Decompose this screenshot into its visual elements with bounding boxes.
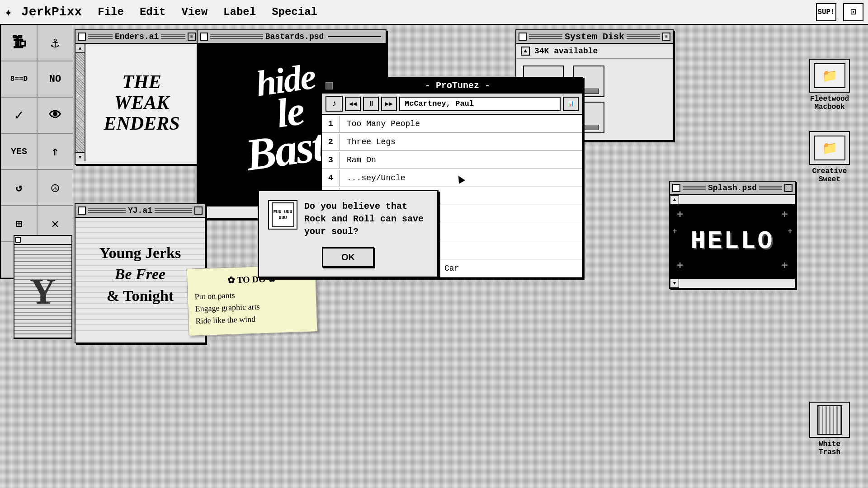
track-2[interactable]: 2 Three Legs	[322, 133, 582, 151]
yj-zoom[interactable]	[194, 206, 203, 215]
track-4[interactable]: 4 ...sey/Uncle	[322, 169, 582, 187]
splash-up[interactable]: ▲	[670, 195, 679, 204]
tool-yes[interactable]: YES	[1, 133, 37, 169]
menu-bar-right: SUP! ⊡	[816, 3, 863, 21]
monitor-icon[interactable]: ⊡	[843, 3, 863, 21]
system-disk-titlebar: System Disk ≡	[516, 30, 673, 44]
todo-item-2: Engage graphic arts	[195, 300, 310, 314]
yj-close[interactable]	[78, 206, 86, 215]
menu-bar: ✦ JerkPixx File Edit View Label Special …	[0, 0, 868, 25]
volume-btn[interactable]: 📊	[563, 97, 579, 111]
special-menu[interactable]: Special	[272, 6, 317, 18]
close-box[interactable]	[519, 33, 527, 41]
file-menu[interactable]: File	[98, 6, 124, 18]
creative-label: CreativeSweet	[812, 167, 847, 183]
tool-anchor[interactable]: ⚓	[37, 25, 73, 61]
track-2-title: Three Legs	[340, 134, 582, 150]
protunez-title: - ProTunez -	[336, 80, 579, 91]
label-menu[interactable]: Label	[223, 6, 256, 18]
bastards-title: Bastards.psd	[265, 32, 324, 41]
small-left-window: Y	[14, 235, 72, 339]
dialog-ok-button[interactable]: OK	[322, 247, 374, 267]
artist-name: McCartney, Paul	[399, 97, 561, 111]
enders-window: Enders.ai ≡ ▲ ▼ THEWEAKENDERS	[75, 29, 199, 165]
enders-zoom[interactable]: ≡	[188, 33, 196, 41]
splash-close[interactable]	[672, 184, 680, 192]
small-close-box[interactable]	[15, 237, 21, 243]
desktop-icon-creative[interactable]: 📁 CreativeSweet	[800, 131, 859, 183]
dialog-box: FUU UUU UUU Do you believe that Rock and…	[258, 190, 439, 278]
dialog-message: Do you believe that Rock and Roll can sa…	[304, 200, 428, 238]
yj-content: Young JerksBe Free& Tonight	[75, 218, 205, 331]
plus-2: +	[782, 209, 788, 221]
tool-floppy[interactable]: 🗜	[1, 25, 37, 61]
protunez-titlebar: - ProTunez -	[322, 78, 582, 94]
tool-arrows[interactable]: ⇑	[37, 133, 73, 169]
tool-check[interactable]: ✓	[1, 97, 37, 133]
yj-titlebar: YJ.ai	[75, 204, 205, 218]
plus-3: +	[677, 260, 683, 272]
disk-available: 34K available	[534, 47, 598, 56]
splash-title: Splash.psd	[708, 183, 757, 192]
rewind-btn[interactable]: ◀◀	[345, 97, 361, 111]
trash-can-body	[817, 405, 842, 435]
enders-up-btn[interactable]: ▲	[75, 44, 85, 53]
desktop-icon-fleetwood[interactable]: 📁 FleetwoodMacbook	[800, 59, 859, 111]
system-disk-title: System Disk	[565, 32, 624, 42]
splash-zoom[interactable]	[784, 184, 793, 192]
plus-6: +	[788, 227, 793, 236]
sup-icon[interactable]: SUP!	[816, 3, 836, 21]
dialog-icon: FUU UUU UUU	[268, 200, 297, 230]
splash-content: + + + + + + HELLO	[670, 204, 795, 279]
protunez-controls: ♪ ◀◀ ⏸ ▶▶ McCartney, Paul 📊	[322, 94, 582, 115]
zoom-box[interactable]: ≡	[662, 33, 670, 41]
enders-down-btn[interactable]: ▼	[75, 152, 85, 161]
white-trash-label: WhiteTrash	[819, 440, 840, 456]
bastards-titlebar: Bastards.psd	[198, 30, 386, 44]
dialog-icon-inner: FUU UUU UUU	[272, 202, 294, 227]
todo-item-3: Ride like the wind	[195, 313, 310, 326]
yj-window: YJ.ai Young JerksBe Free& Tonight	[75, 203, 206, 343]
enders-close-box[interactable]	[78, 33, 86, 41]
splash-scroll-row: ▲	[670, 195, 795, 204]
creative-icon-img: 📁	[809, 131, 850, 165]
tool-eye[interactable]: 👁	[37, 97, 73, 133]
tool-rotate[interactable]: ↺	[1, 169, 37, 206]
enders-scroll-track	[75, 53, 85, 152]
enders-left-scroll: ▲ ▼	[75, 44, 85, 161]
tool-peace[interactable]: ☮	[37, 169, 73, 206]
bastards-close[interactable]	[200, 33, 208, 41]
disk-scroll-row: ▲ 34K available	[516, 44, 673, 59]
enders-main-content: THEWEAKENDERS	[85, 44, 198, 161]
splash-down[interactable]: ▼	[670, 279, 679, 288]
tool-no[interactable]: NO	[37, 61, 73, 97]
apple-menu-icon[interactable]: ✦	[5, 5, 12, 20]
white-trash-icon-img	[809, 402, 850, 438]
track-3[interactable]: 3 Ram On	[322, 151, 582, 169]
pause-btn[interactable]: ⏸	[363, 97, 379, 111]
disk-up-arrow[interactable]: ▲	[521, 47, 530, 56]
app-name: JerkPixx	[21, 5, 82, 19]
desktop-icon-white-trash[interactable]: WhiteTrash	[800, 402, 859, 456]
splash-text: HELLO	[690, 227, 774, 256]
yj-large-letter: Y	[30, 271, 56, 312]
splash-window: Splash.psd ▲ + + + + + + HELLO ▼	[669, 181, 796, 289]
tool-pencil[interactable]: 8==D	[1, 61, 37, 97]
dialog-icon-text: FUU UUU UUU	[273, 209, 293, 221]
track-1[interactable]: 1 Too Many People	[322, 115, 582, 133]
splash-down-row: ▼	[670, 279, 795, 288]
plus-1: +	[677, 209, 683, 221]
track-3-title: Ram On	[340, 152, 582, 168]
yj-title: YJ.ai	[128, 206, 152, 215]
note-icon[interactable]: ♪	[326, 96, 343, 112]
enders-text: THEWEAKENDERS	[104, 71, 179, 134]
track-1-num: 1	[322, 116, 340, 132]
ffwd-btn[interactable]: ▶▶	[381, 97, 397, 111]
titlebar-stripes-right	[627, 34, 660, 39]
view-menu[interactable]: View	[182, 6, 208, 18]
small-window-content: Y	[14, 245, 71, 338]
bastards-title-line	[328, 36, 381, 37]
edit-menu[interactable]: Edit	[140, 6, 166, 18]
plus-4: +	[782, 260, 788, 272]
protunez-close[interactable]	[326, 82, 333, 89]
